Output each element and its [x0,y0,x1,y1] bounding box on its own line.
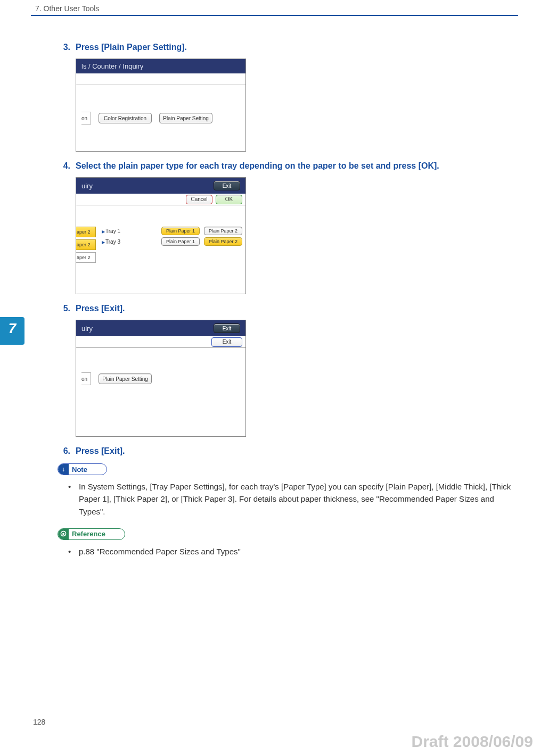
color-registration-button[interactable]: Color Registration [99,113,152,123]
header-rule [31,15,518,16]
reference-body: • p.88 "Recommended Paper Sizes and Type… [68,545,512,558]
tray-label: ▶Tray 1 [102,228,120,234]
bullet-icon: • [68,480,79,518]
step-3: 3. Press [Plain Paper Setting]. ls / Cou… [58,43,512,152]
screenshot-subbar [76,73,245,85]
ok-button[interactable]: OK [216,195,242,204]
tray-label: ▶Tray 3 [102,239,120,245]
step-text: Select the plain paper type for each tra… [76,161,512,171]
fragment-on: on [81,112,91,124]
reference-text: p.88 "Recommended Paper Sizes and Types" [79,545,512,558]
plain-paper-1-button[interactable]: Plain Paper 1 [161,237,200,246]
plain-paper-2-button[interactable]: Plain Paper 2 [204,237,242,246]
plain-paper-setting-button[interactable]: Plain Paper Setting [159,113,212,123]
screenshot-titlebar: ls / Counter / Inquiry [76,59,245,73]
step-4: 4. Select the plain paper type for each … [58,161,512,294]
exit-top-button[interactable]: Exit [214,323,240,333]
plain-paper-1-button[interactable]: Plain Paper 1 [161,227,200,235]
page-number: 128 [33,718,45,726]
exit-button[interactable]: Exit [211,337,242,347]
screenshot-plain-paper-setting: ls / Counter / Inquiry on Color Registra… [76,59,246,152]
screenshot-titlebar: uiry Exit [76,320,245,336]
left-tag: aper 2 [76,227,96,237]
note-body: • In System Settings, [Tray Paper Settin… [68,480,512,518]
page-header: 7. Other User Tools [35,4,99,13]
step-6: 6. Press [Exit]. [58,446,512,456]
screenshot-select-paper-type: uiry Exit Cancel OK aper 2 aper 2 aper 2… [76,177,246,294]
fragment-on: on [81,372,91,385]
note-callout: ↓ Note [58,463,107,475]
draft-watermark: Draft 2008/06/09 [412,733,534,751]
step-text: Press [Plain Paper Setting]. [76,43,512,52]
screenshot-exit: uiry Exit Exit on Plain Paper Setting [76,320,246,437]
reference-callout: ⦿ Reference [58,528,125,540]
note-text: In System Settings, [Tray Paper Settings… [79,480,512,518]
step-5: 5. Press [Exit]. uiry Exit Exit on Plain… [58,304,512,437]
note-label: Note [72,466,87,473]
down-arrow-icon: ↓ [58,463,69,475]
exit-top-button[interactable]: Exit [214,181,240,190]
chapter-side-tab: 7 [0,317,24,345]
step-number: 6. [58,446,76,456]
step-text: Press [Exit]. [76,304,512,313]
screenshot-titlebar: uiry Exit [76,178,245,194]
step-number: 5. [58,304,76,313]
step-number: 3. [58,43,76,52]
page-content: 3. Press [Plain Paper Setting]. ls / Cou… [58,43,512,565]
reference-icon: ⦿ [58,528,69,540]
tray-row-3: ▶Tray 3 Plain Paper 1 Plain Paper 2 [102,237,242,246]
plain-paper-setting-button[interactable]: Plain Paper Setting [99,373,152,384]
plain-paper-2-button[interactable]: Plain Paper 2 [204,227,242,235]
left-tag: aper 2 [76,239,96,250]
step-text: Press [Exit]. [76,446,512,456]
bullet-icon: • [68,545,79,558]
step-number: 4. [58,161,76,171]
left-tag: aper 2 [76,252,96,263]
cancel-button[interactable]: Cancel [186,195,212,204]
title-fragment: uiry [81,325,93,333]
title-fragment: uiry [81,182,93,190]
reference-label: Reference [72,530,105,538]
tray-row-1: ▶Tray 1 Plain Paper 1 Plain Paper 2 [102,227,242,235]
left-tab-column: aper 2 aper 2 aper 2 [76,227,96,265]
